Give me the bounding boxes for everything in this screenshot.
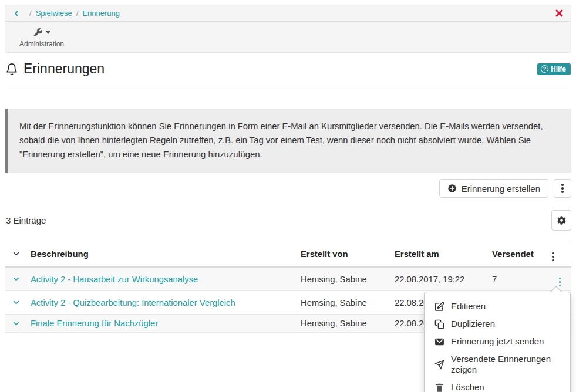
menu-item-show-sent[interactable]: Versendete Erinnerungen zeigen [425, 350, 570, 379]
info-box-text: Mit der Erinnerungsfunktion können Sie E… [19, 121, 543, 159]
row-expand-toggle[interactable] [5, 291, 27, 315]
administration-label: Administration [19, 40, 64, 48]
chevron-down-icon [12, 298, 21, 307]
row-context-menu: Editieren Duplizieren Erinnerung jetzt s… [424, 292, 571, 392]
course-toolbar: Administration [5, 22, 571, 52]
created-by-cell: Hemsing, Sabine [297, 267, 391, 291]
administration-menu-button[interactable]: Administration [17, 26, 66, 48]
menu-item-label: Löschen [451, 382, 484, 392]
breadcrumb: / Spielwiese / Erinnerung [5, 5, 571, 22]
menu-item-send-now[interactable]: Erinnerung jetzt senden [425, 333, 570, 350]
reminder-link[interactable]: Activity 2 - Quizbearbeitung: Internatio… [31, 298, 235, 307]
kebab-icon [552, 252, 554, 262]
sent-count-cell: 7 [489, 267, 548, 291]
create-reminder-label: Erinnerung erstellen [462, 184, 540, 194]
title-divider [5, 86, 571, 86]
bell-icon [5, 63, 18, 76]
help-button[interactable]: ? Hilfe [537, 63, 571, 75]
column-settings-button[interactable] [548, 241, 571, 268]
create-reminder-button[interactable]: Erinnerung erstellen [439, 179, 548, 198]
column-header-created-by[interactable]: Erstellt von [297, 241, 391, 268]
chevron-down-icon [12, 319, 21, 328]
sort-chevron-header[interactable] [5, 241, 27, 268]
table-row: Activity 2 - Hausarbeit zur Wirkungsanal… [5, 267, 571, 291]
chevron-down-icon [12, 275, 21, 283]
column-header-sent[interactable]: Versendet [489, 241, 548, 268]
chevron-down-icon [12, 249, 21, 258]
page-title-text: Erinnerungen [23, 61, 105, 77]
plus-circle-icon [447, 184, 457, 193]
help-label: Hilfe [551, 65, 566, 73]
row-expand-toggle[interactable] [5, 315, 27, 333]
breadcrumb-separator: / [76, 9, 79, 18]
info-box: Mit der Erinnerungsfunktion können Sie E… [5, 109, 571, 173]
table-settings-button[interactable] [551, 210, 571, 231]
menu-item-label: Editieren [451, 301, 486, 312]
column-header-created-at[interactable]: Erstellt am [391, 241, 489, 268]
breadcrumb-item-erinnerung[interactable]: Erinnerung [82, 9, 120, 18]
duplicate-icon [434, 319, 444, 329]
created-by-cell: Hemsing, Sabine [297, 315, 391, 333]
created-at-cell: 22.08.2017, 19:22 [391, 267, 489, 291]
column-header-description[interactable]: Beschreibung [27, 241, 297, 268]
paper-plane-icon [434, 360, 444, 370]
envelope-icon [434, 337, 444, 347]
entry-count: 3 Einträge [6, 215, 46, 225]
kebab-icon [559, 278, 561, 287]
menu-item-label: Versendete Erinnerungen zeigen [451, 354, 560, 375]
wrench-icon [33, 28, 43, 38]
reminder-link[interactable]: Finale Erinnerung für Nachzügler [31, 319, 158, 328]
back-chevron-icon[interactable] [12, 9, 21, 18]
menu-item-edit[interactable]: Editieren [425, 298, 570, 315]
gear-icon [557, 216, 566, 225]
table-header-row: Beschreibung Erstellt von Erstellt am Ve… [5, 241, 571, 268]
question-circle-icon: ? [541, 65, 548, 73]
chevron-down-icon [46, 31, 50, 34]
breadcrumb-separator: / [29, 9, 32, 18]
reminder-link[interactable]: Activity 2 - Hausarbeit zur Wirkungsanal… [31, 275, 198, 284]
kebab-icon [561, 184, 564, 193]
breadcrumb-item-spielwiese[interactable]: Spielwiese [36, 9, 72, 18]
row-expand-toggle[interactable] [5, 267, 27, 291]
more-actions-button[interactable] [554, 179, 571, 198]
menu-item-delete[interactable]: Löschen [425, 379, 570, 392]
header-box: / Spielwiese / Erinnerung Administration [5, 5, 571, 53]
edit-icon [434, 302, 444, 312]
trash-icon [434, 383, 444, 392]
close-icon[interactable] [555, 9, 564, 18]
menu-item-label: Erinnerung jetzt senden [451, 336, 544, 347]
created-by-cell: Hemsing, Sabine [297, 291, 391, 315]
menu-item-duplicate[interactable]: Duplizieren [425, 315, 570, 333]
page-title: Erinnerungen [5, 61, 105, 77]
menu-item-label: Duplizieren [451, 319, 495, 329]
